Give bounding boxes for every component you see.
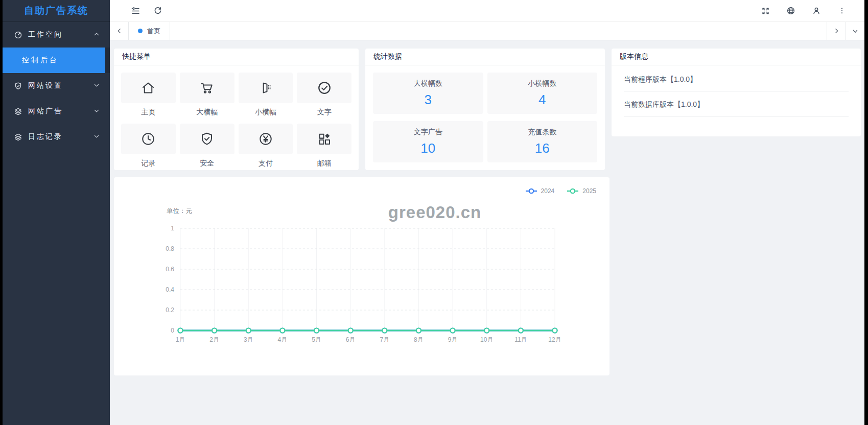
quick-item-home[interactable]: 主页 [121,73,176,117]
quick-item-small-banner[interactable]: 小横幅 [239,73,293,117]
tabs-scroll-right-button[interactable] [827,22,846,40]
submenu-item-label: 控制后台 [22,56,59,65]
tabs-menu-dropdown-button[interactable] [846,22,864,40]
sidebar-item-site-settings[interactable]: 网站设置 [3,73,110,99]
quick-item-mailbox[interactable]: 邮箱 [297,124,351,168]
program-version-row: 当前程序版本【1.0.0】 [624,66,849,91]
admin-app: 自助广告系统 工作空间 控制后台 网 [3,0,864,425]
statistics-grid: 大横幅数 3 小横幅数 4 文字广告 10 充值条数 [365,65,605,170]
chart-legend: 2024 2025 [525,187,596,195]
svg-text:11月: 11月 [514,336,527,343]
quick-menu-card: 快捷菜单 主页 [114,49,359,170]
sidebar-item-workspace[interactable]: 工作空间 [3,22,110,48]
sidebar-item-site-ads[interactable]: 网站广告 [3,99,110,124]
legend-item-2024[interactable]: 2024 [525,187,555,195]
stat-recharge-count: 充值条数 16 [487,121,598,162]
database-version-row: 当前数据库版本【1.0.0】 [624,91,849,116]
svg-text:1: 1 [171,225,174,232]
svg-text:4月: 4月 [278,336,288,343]
svg-text:12月: 12月 [548,336,561,343]
fullscreen-icon[interactable] [754,0,777,21]
layers-icon [14,107,22,116]
svg-text:0.4: 0.4 [166,286,174,293]
layers-icon [14,133,22,141]
check-circle-icon [297,73,351,103]
svg-text:9月: 9月 [448,336,458,343]
shield-check-icon [180,124,234,154]
clock-icon [121,124,176,154]
active-tab-dot [138,29,143,33]
svg-text:6月: 6月 [346,336,356,343]
sidebar: 自助广告系统 工作空间 控制后台 网 [3,0,110,425]
sidebar-item-label: 日志记录 [28,132,63,141]
svg-text:0: 0 [171,327,174,334]
card-title: 统计数据 [365,49,605,65]
tab-bar: 首页 [110,22,864,40]
dashboard-icon [14,31,22,39]
home-icon [121,73,176,103]
svg-text:1月: 1月 [176,336,185,343]
more-vertical-icon[interactable] [831,0,853,21]
svg-text:5月: 5月 [312,336,321,343]
svg-text:0.2: 0.2 [166,306,174,314]
tabbar-spacer [170,22,827,40]
stat-big-banner-count: 大横幅数 3 [373,73,483,114]
card-title: 版本信息 [612,49,861,65]
header-actions [754,0,853,21]
grid-icon [297,124,351,154]
sidebar-item-label: 网站设置 [28,81,63,90]
revenue-chart-card: 2024 2025 单位：元 gree020.cn 00.20.40.60.81… [114,177,609,375]
quick-item-records[interactable]: 记录 [121,124,176,168]
svg-text:8月: 8月 [414,336,424,343]
chevron-down-icon [93,82,100,90]
shield-icon [14,82,22,90]
revenue-line-chart: 00.20.40.60.811月2月3月4月5月6月7月8月9月10月11月12… [114,218,609,356]
quick-item-big-banner[interactable]: 大横幅 [180,73,234,117]
workspace-submenu: 控制后台 [3,48,110,73]
chevron-down-icon [93,133,100,141]
sidebar-item-control-panel[interactable]: 控制后台 [3,48,105,73]
statistics-card: 统计数据 大横幅数 3 小横幅数 4 文字广告 10 [365,49,605,170]
stat-text-ad-count: 文字广告 10 [373,121,483,162]
version-info-card: 版本信息 当前程序版本【1.0.0】 当前数据库版本【1.0.0】 [612,49,861,136]
content-area: 快捷菜单 主页 [110,40,864,425]
sidebar-item-label: 网站广告 [28,107,63,116]
language-globe-icon[interactable] [780,0,802,21]
cart-icon [180,73,234,103]
user-icon[interactable] [805,0,828,21]
yen-icon [239,124,293,154]
tabs-scroll-left-button[interactable] [110,22,129,40]
legend-item-2025[interactable]: 2025 [567,187,596,195]
svg-text:0.8: 0.8 [166,245,174,252]
top-header [110,0,864,22]
quick-item-security[interactable]: 安全 [180,124,234,168]
refresh-icon[interactable] [147,0,169,21]
svg-text:2月: 2月 [209,336,219,343]
screen: 自助广告系统 工作空间 控制后台 网 [0,0,868,425]
svg-text:0.6: 0.6 [166,266,174,273]
card-title: 快捷菜单 [114,49,359,65]
sidebar-item-logs[interactable]: 日志记录 [3,124,110,150]
svg-text:10月: 10月 [480,336,493,343]
svg-text:7月: 7月 [380,336,389,343]
tab-label: 首页 [147,27,160,36]
tab-home[interactable]: 首页 [129,22,170,40]
collapse-menu-icon[interactable] [124,0,147,21]
sidebar-item-label: 工作空间 [28,30,63,39]
main-area: 首页 快捷菜单 [110,0,864,425]
chart-unit-label: 单位：元 [167,207,192,216]
app-logo: 自助广告系统 [3,0,110,22]
banner-icon [239,73,293,103]
chevron-down-icon [93,107,100,115]
quick-menu-grid: 主页 大横幅 [114,65,359,175]
stat-small-banner-count: 小横幅数 4 [487,73,598,114]
quick-item-payment[interactable]: 支付 [239,124,293,168]
chevron-up-icon [93,31,100,39]
quick-item-text[interactable]: 文字 [297,73,351,117]
svg-text:3月: 3月 [244,336,253,343]
